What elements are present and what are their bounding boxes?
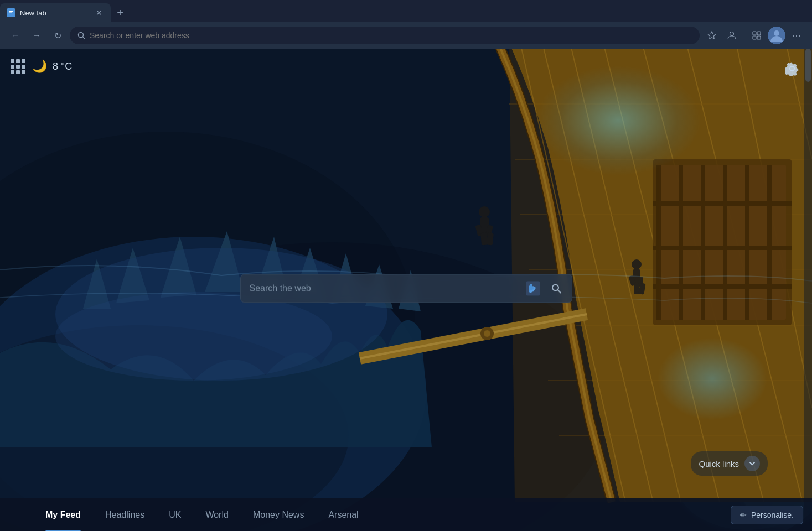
svg-point-66 bbox=[484, 330, 490, 337]
collections-button[interactable] bbox=[748, 27, 766, 44]
svg-point-73 bbox=[632, 259, 642, 269]
svg-rect-80 bbox=[659, 165, 786, 320]
scrollbar-thumb[interactable] bbox=[805, 49, 811, 82]
more-menu-button[interactable]: ⋯ bbox=[788, 27, 805, 44]
svg-rect-71 bbox=[480, 233, 488, 246]
avatar-image bbox=[768, 27, 785, 44]
address-input[interactable] bbox=[90, 31, 692, 40]
apps-grid-icon bbox=[11, 59, 25, 74]
bing-logo-button[interactable]: b bbox=[525, 280, 541, 296]
tab-bar: New tab ✕ + bbox=[0, 0, 812, 22]
svg-rect-9 bbox=[757, 36, 761, 39]
profile-button[interactable] bbox=[723, 27, 741, 44]
pencil-icon: ✏ bbox=[740, 511, 747, 519]
tab-money-news[interactable]: Money News bbox=[241, 498, 316, 532]
tab-world[interactable]: World bbox=[193, 498, 241, 532]
tab-uk[interactable]: UK bbox=[157, 498, 193, 532]
quick-links-label: Quick links bbox=[699, 459, 739, 468]
svg-rect-7 bbox=[757, 32, 761, 35]
search-button[interactable] bbox=[545, 277, 567, 299]
scrollbar-track bbox=[804, 49, 812, 531]
weather-widget: 🌙 8 °C bbox=[9, 58, 72, 75]
temperature-display: 8 °C bbox=[53, 61, 72, 72]
forward-button[interactable]: → bbox=[28, 27, 45, 44]
svg-rect-77 bbox=[634, 283, 639, 294]
nav-actions: ⋯ bbox=[703, 27, 805, 44]
bing-icon: b bbox=[526, 281, 540, 295]
svg-rect-72 bbox=[487, 233, 494, 246]
svg-line-4 bbox=[83, 37, 85, 39]
profile-icon bbox=[727, 30, 737, 40]
back-button[interactable]: ← bbox=[7, 27, 24, 44]
chevron-down-icon bbox=[744, 456, 760, 471]
svg-point-67 bbox=[479, 206, 490, 217]
tab-favicon bbox=[7, 8, 15, 17]
svg-point-5 bbox=[730, 32, 734, 36]
tab-my-feed[interactable]: My Feed bbox=[33, 498, 93, 532]
nav-tabs-container: My Feed Headlines UK World Money News Ar… bbox=[0, 498, 731, 532]
settings-button[interactable] bbox=[782, 59, 802, 79]
refresh-button[interactable]: ↻ bbox=[49, 27, 66, 44]
tab-arsenal[interactable]: Arsenal bbox=[316, 498, 370, 532]
divider bbox=[744, 30, 744, 41]
search-box: b bbox=[240, 274, 572, 303]
personalise-button[interactable]: ✏ Personalise. bbox=[731, 506, 803, 524]
glow-overlay-1 bbox=[535, 65, 701, 176]
main-content: 🌙 8 °C b bbox=[0, 49, 812, 531]
tab-close-button[interactable]: ✕ bbox=[94, 8, 104, 18]
search-container: b bbox=[240, 274, 572, 303]
favorites-button[interactable] bbox=[703, 27, 721, 44]
svg-point-11 bbox=[774, 30, 779, 36]
moon-icon: 🌙 bbox=[32, 59, 47, 74]
collections-icon bbox=[752, 30, 762, 40]
star-icon bbox=[707, 30, 717, 40]
nav-bar: ← → ↻ bbox=[0, 22, 812, 49]
svg-line-93 bbox=[558, 290, 561, 293]
personalise-label: Personalise. bbox=[751, 511, 794, 519]
user-avatar[interactable] bbox=[768, 27, 785, 44]
search-magnifier-icon bbox=[551, 283, 562, 294]
svg-rect-1 bbox=[9, 11, 13, 12]
gear-icon bbox=[784, 61, 800, 76]
svg-rect-2 bbox=[9, 13, 12, 14]
search-icon bbox=[77, 32, 85, 39]
new-tab-button[interactable]: + bbox=[111, 3, 130, 22]
bottom-navigation: My Feed Headlines UK World Money News Ar… bbox=[0, 498, 812, 531]
tab-headlines[interactable]: Headlines bbox=[93, 498, 157, 532]
glow-overlay-2 bbox=[657, 337, 768, 420]
apps-grid-button[interactable] bbox=[9, 58, 27, 75]
svg-rect-6 bbox=[753, 32, 756, 35]
quick-links-button[interactable]: Quick links bbox=[691, 451, 768, 476]
search-input[interactable] bbox=[250, 283, 521, 293]
active-tab[interactable]: New tab ✕ bbox=[0, 3, 111, 22]
address-bar[interactable] bbox=[70, 27, 700, 44]
svg-rect-8 bbox=[753, 36, 756, 39]
svg-point-30 bbox=[55, 292, 332, 381]
browser-chrome: New tab ✕ + ← → ↻ bbox=[0, 0, 812, 49]
tab-title: New tab bbox=[20, 9, 46, 17]
